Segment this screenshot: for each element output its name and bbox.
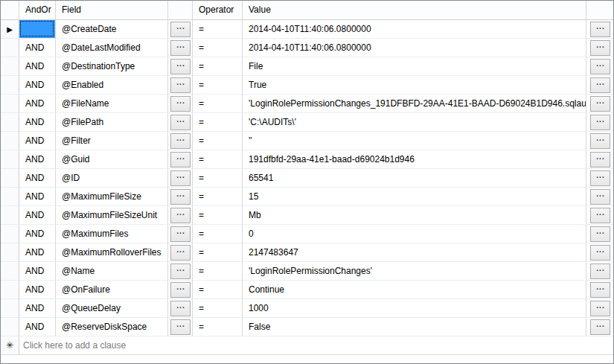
value-cell[interactable]: False — [243, 318, 586, 336]
value-cell[interactable]: 2147483647 — [243, 243, 586, 262]
andor-cell[interactable]: AND — [19, 225, 56, 243]
field-picker-button[interactable]: ... — [170, 133, 191, 149]
value-cell[interactable]: 2014-04-10T11:40:06.0800000 — [243, 20, 586, 39]
row-header-cell[interactable]: ▶ — [1, 57, 19, 76]
field-cell[interactable]: @QueueDelay — [56, 299, 168, 318]
field-cell[interactable]: @Name — [56, 262, 168, 281]
andor-cell[interactable]: AND — [19, 206, 56, 225]
value-picker-button[interactable]: ... — [590, 133, 610, 149]
operator-cell[interactable]: = — [193, 95, 243, 113]
value-cell[interactable]: 'C:\AUDITs\' — [243, 113, 586, 132]
value-cell[interactable]: 2014-04-10T11:40:06.0800000 — [243, 39, 586, 57]
andor-cell[interactable]: AND — [19, 150, 56, 169]
row-header-cell[interactable]: ▶ — [1, 225, 19, 243]
row-header-cell[interactable]: ▶ — [1, 20, 19, 39]
value-cell[interactable]: Mb — [243, 206, 586, 225]
andor-cell[interactable]: AND — [19, 243, 56, 262]
field-picker-button[interactable]: ... — [170, 170, 191, 186]
field-cell[interactable]: @ID — [56, 169, 168, 188]
andor-cell[interactable]: AND — [19, 57, 56, 76]
operator-cell[interactable]: = — [193, 262, 243, 281]
field-picker-button[interactable]: ... — [170, 189, 191, 205]
field-picker-button[interactable]: ... — [170, 40, 191, 56]
value-picker-button[interactable]: ... — [590, 245, 610, 261]
value-picker-button[interactable]: ... — [590, 40, 610, 56]
value-picker-button[interactable]: ... — [590, 189, 610, 205]
value-picker-button[interactable]: ... — [590, 170, 610, 186]
operator-cell[interactable]: = — [193, 281, 243, 299]
row-header-cell[interactable]: ▶ — [1, 281, 19, 299]
field-cell[interactable]: @Guid — [56, 150, 168, 169]
row-header-cell[interactable]: ▶ — [1, 188, 19, 206]
row-header-cell[interactable]: ▶ — [1, 299, 19, 318]
field-cell[interactable]: @MaximumRolloverFiles — [56, 243, 168, 262]
operator-cell[interactable]: = — [193, 132, 243, 150]
andor-cell[interactable] — [19, 20, 56, 39]
add-clause-cell[interactable]: Click here to add a clause — [19, 336, 613, 354]
operator-cell[interactable]: = — [193, 188, 243, 206]
value-picker-button[interactable]: ... — [590, 301, 610, 316]
value-picker-button[interactable]: ... — [590, 96, 610, 112]
field-cell[interactable]: @OnFailure — [56, 281, 168, 299]
field-cell[interactable]: @MaximumFileSizeUnit — [56, 206, 168, 225]
operator-cell[interactable]: = — [193, 318, 243, 336]
field-cell[interactable]: @FilePath — [56, 113, 168, 132]
value-picker-button[interactable]: ... — [590, 226, 610, 242]
operator-cell[interactable]: = — [193, 169, 243, 188]
andor-cell[interactable]: AND — [19, 169, 56, 188]
field-picker-button[interactable]: ... — [170, 264, 191, 279]
field-picker-button[interactable]: ... — [170, 59, 191, 74]
value-cell[interactable]: Continue — [243, 281, 586, 299]
value-picker-button[interactable]: ... — [590, 115, 610, 130]
andor-cell[interactable]: AND — [19, 39, 56, 57]
row-header-cell[interactable]: ▶ — [1, 95, 19, 113]
operator-cell[interactable]: = — [193, 76, 243, 95]
field-cell[interactable]: @Filter — [56, 132, 168, 150]
field-picker-button[interactable]: ... — [170, 301, 191, 316]
andor-cell[interactable]: AND — [19, 318, 56, 336]
value-cell[interactable]: 65541 — [243, 169, 586, 188]
value-picker-button[interactable]: ... — [590, 208, 610, 223]
value-picker-button[interactable]: ... — [590, 59, 610, 74]
andor-cell[interactable]: AND — [19, 188, 56, 206]
operator-cell[interactable]: = — [193, 225, 243, 243]
value-picker-button[interactable]: ... — [590, 282, 610, 298]
row-header-cell[interactable]: ▶ — [1, 243, 19, 262]
value-cell[interactable]: 0 — [243, 225, 586, 243]
value-cell[interactable]: 1000 — [243, 299, 586, 318]
field-picker-button[interactable]: ... — [170, 282, 191, 298]
value-cell[interactable]: File — [243, 57, 586, 76]
row-header-cell[interactable]: ▶ — [1, 206, 19, 225]
operator-cell[interactable]: = — [193, 150, 243, 169]
row-header-cell[interactable]: ▶ — [1, 262, 19, 281]
field-picker-button[interactable]: ... — [170, 208, 191, 223]
andor-cell[interactable]: AND — [19, 95, 56, 113]
field-picker-button[interactable]: ... — [170, 22, 191, 37]
andor-cell[interactable]: AND — [19, 281, 56, 299]
field-cell[interactable]: @DateLastModified — [56, 39, 168, 57]
operator-cell[interactable]: = — [193, 113, 243, 132]
value-cell[interactable]: 191dfbfd-29aa-41e1-baad-d69024b1d946 — [243, 150, 586, 169]
row-header-cell[interactable]: ▶ — [1, 76, 19, 95]
value-picker-button[interactable]: ... — [590, 22, 610, 37]
operator-cell[interactable]: = — [193, 243, 243, 262]
row-header-cell[interactable]: ▶ — [1, 132, 19, 150]
andor-cell[interactable]: AND — [19, 113, 56, 132]
row-header-cell[interactable]: ▶ — [1, 39, 19, 57]
value-cell[interactable]: '' — [243, 132, 586, 150]
field-picker-button[interactable]: ... — [170, 319, 191, 335]
field-cell[interactable]: @ReserveDiskSpace — [56, 318, 168, 336]
value-picker-button[interactable]: ... — [590, 152, 610, 167]
andor-cell[interactable]: AND — [19, 299, 56, 318]
row-header-cell[interactable]: ▶ — [1, 113, 19, 132]
value-cell[interactable]: True — [243, 76, 586, 95]
field-cell[interactable]: @FileName — [56, 95, 168, 113]
value-cell[interactable]: 'LoginRolePermissionChanges_191DFBFD-29A… — [243, 95, 586, 113]
field-cell[interactable]: @DestinationType — [56, 57, 168, 76]
andor-cell[interactable]: AND — [19, 262, 56, 281]
operator-cell[interactable]: = — [193, 206, 243, 225]
row-header-cell[interactable]: ▶ — [1, 150, 19, 169]
field-cell[interactable]: @MaximumFileSize — [56, 188, 168, 206]
field-picker-button[interactable]: ... — [170, 152, 191, 167]
field-cell[interactable]: @CreateDate — [56, 20, 168, 39]
